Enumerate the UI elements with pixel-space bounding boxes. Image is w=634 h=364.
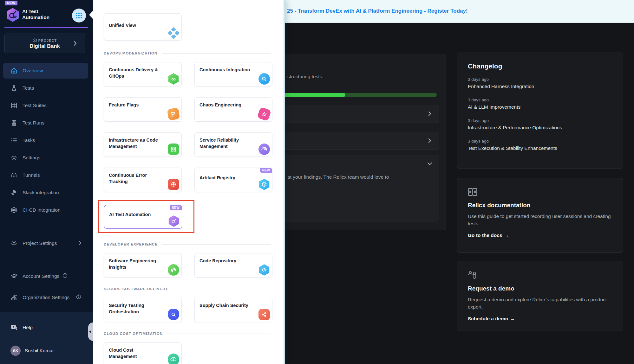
module-label: Feature Flags bbox=[109, 102, 162, 108]
module-card-unified-view[interactable]: Unified View bbox=[104, 13, 182, 41]
module-card-chaos-engineering[interactable]: Chaos Engineering bbox=[194, 97, 272, 122]
user-menu[interactable]: SK Sushil Kumar bbox=[3, 343, 88, 359]
sidebar-item-slack-integration[interactable]: Slack integration bbox=[3, 185, 88, 201]
cicd-icon bbox=[10, 207, 17, 214]
module-card-cloud-cost-management[interactable]: Cloud Cost Management $ bbox=[104, 342, 182, 364]
svg-text:?: ? bbox=[13, 326, 15, 329]
module-card-continuous-error-tracking[interactable]: Continuous Error Tracking bbox=[104, 168, 182, 192]
module-card-ai-test-automation[interactable]: NEW AI Test Automation bbox=[104, 205, 182, 229]
documentation-body: Use this guide to get started recording … bbox=[468, 213, 612, 227]
module-label: AI Test Automation bbox=[109, 211, 173, 218]
sidebar-item-tunnels[interactable]: Tunnels bbox=[3, 167, 88, 183]
chevron-down-icon bbox=[427, 161, 433, 168]
layers-gear-icon bbox=[10, 273, 17, 280]
section-title: DEVOPS MODERNIZATION bbox=[104, 51, 157, 55]
module-label: Service Reliability Management bbox=[199, 137, 253, 150]
continuous-delivery-icon: ∞ bbox=[168, 73, 179, 85]
module-card-feature-flags[interactable]: Feature Flags bbox=[104, 97, 182, 122]
sidebar-item-label: CI-CD integration bbox=[23, 207, 61, 213]
new-badge: NEW bbox=[260, 168, 272, 173]
changelog-entry-title: Enhanced Harness Integration bbox=[468, 84, 612, 89]
module-card-code-repository[interactable]: Code Repository bbox=[194, 253, 272, 278]
module-label: Code Repository bbox=[199, 258, 253, 264]
service-reliability-icon bbox=[258, 144, 270, 155]
changelog-entry: 3 days ago Infrastructure & Performance … bbox=[468, 118, 612, 131]
slack-icon bbox=[10, 189, 17, 196]
continuous-integration-icon bbox=[258, 73, 270, 85]
changelog-entry-title: Infrastructure & Performance Optimizatio… bbox=[468, 125, 612, 131]
supply-chain-security-icon bbox=[258, 309, 270, 320]
divider bbox=[4, 261, 88, 261]
section-divider-line bbox=[173, 289, 271, 289]
module-label: Software Engineering Insights bbox=[109, 258, 162, 271]
sidebar-collapse-handle[interactable] bbox=[88, 322, 93, 341]
module-label: Infrastructure as Code Management bbox=[109, 137, 162, 150]
sidebar-item-label: Help bbox=[23, 325, 33, 330]
sidebar: NEW AI Test Automation PROJECT Digital B… bbox=[0, 0, 93, 364]
info-icon bbox=[76, 294, 81, 301]
chevron-right-icon bbox=[73, 41, 78, 47]
grid-icon bbox=[10, 102, 17, 109]
changelog-entry-title: AI & LLM Improvements bbox=[468, 104, 612, 110]
module-card-software-engineering-insights[interactable]: Software Engineering Insights bbox=[104, 253, 182, 278]
section-secure-software-delivery: SECURE SOFTWARE DELIVERY bbox=[104, 287, 271, 291]
changelog-card: Changelog 3 days ago Enhanced Harness In… bbox=[457, 53, 623, 169]
sidebar-item-tests[interactable]: Tests bbox=[3, 80, 88, 96]
sidebar-item-settings[interactable]: Settings bbox=[3, 150, 88, 166]
section-divider-line bbox=[167, 334, 271, 334]
sidebar-item-overview[interactable]: Overview bbox=[3, 63, 88, 79]
help-chat-icon: ? bbox=[10, 324, 17, 331]
module-card-infrastructure-as-code[interactable]: Infrastructure as Code Management bbox=[104, 132, 182, 157]
documentation-card: Relicx documentation Use this guide to g… bbox=[457, 178, 623, 253]
changelog-time: 3 days ago bbox=[468, 118, 612, 123]
module-card-supply-chain-security[interactable]: Supply Chain Security bbox=[194, 298, 272, 322]
documentation-title: Relicx documentation bbox=[468, 202, 612, 209]
sidebar-item-test-runs[interactable]: Test Runs bbox=[3, 115, 88, 131]
changelog-entry: 3 days ago AI & LLM Improvements bbox=[468, 98, 612, 110]
people-icon bbox=[468, 271, 612, 281]
home-icon bbox=[10, 67, 17, 74]
sidebar-item-project-settings[interactable]: Project Settings bbox=[3, 235, 88, 251]
task-list-icon bbox=[10, 137, 17, 144]
sidebar-item-test-suites[interactable]: Test Suites bbox=[3, 98, 88, 113]
changelog-title: Changelog bbox=[468, 62, 612, 70]
cube-icon bbox=[33, 39, 37, 43]
sidebar-item-tasks[interactable]: Tasks bbox=[3, 132, 88, 148]
app-switcher-button[interactable] bbox=[72, 9, 86, 22]
project-selector[interactable]: PROJECT Digital Bank bbox=[4, 34, 85, 53]
module-label: Continuous Error Tracking bbox=[109, 172, 162, 185]
arrow-right-icon: → bbox=[504, 233, 509, 238]
collapse-arrow-icon bbox=[89, 330, 91, 333]
sidebar-item-label: Tests bbox=[23, 85, 34, 91]
module-picker-flyout: Unified View DEVOPS MODERNIZATION Contin… bbox=[93, 0, 285, 364]
module-card-security-testing-orchestration[interactable]: Security Testing Orchestration bbox=[104, 298, 182, 322]
sidebar-item-label: Tunnels bbox=[23, 172, 40, 178]
unified-view-icon bbox=[168, 27, 179, 39]
book-icon bbox=[468, 188, 612, 197]
module-card-service-reliability[interactable]: Service Reliability Management bbox=[194, 132, 272, 157]
sidebar-item-organization-settings[interactable]: Organization Settings bbox=[3, 288, 88, 307]
info-icon bbox=[62, 273, 68, 279]
tunnel-icon bbox=[10, 172, 17, 179]
sidebar-item-account-settings[interactable]: Account Settings bbox=[3, 268, 88, 284]
org-chart-gear-icon bbox=[10, 294, 17, 301]
sidebar-item-label: Project Settings bbox=[23, 240, 57, 246]
software-engineering-insights-icon bbox=[168, 264, 179, 276]
highlight-annotation-box: NEW AI Test Automation bbox=[98, 200, 194, 233]
sidebar-item-label: Tasks bbox=[23, 137, 35, 143]
chevron-right-icon bbox=[427, 111, 433, 118]
module-card-artifact-registry[interactable]: NEW Artifact Registry bbox=[194, 168, 272, 192]
sidebar-nav: Overview Tests Test Suites Test Runs Tas… bbox=[3, 63, 88, 220]
sidebar-item-label: Test Suites bbox=[23, 103, 47, 108]
go-to-docs-link[interactable]: Go to the docs→ bbox=[468, 233, 612, 238]
schedule-demo-link[interactable]: Schedule a demo→ bbox=[468, 316, 612, 322]
sidebar-item-cicd-integration[interactable]: CI-CD integration bbox=[3, 202, 88, 218]
banner-text[interactable]: 25 - Transform DevEx with AI & Platform … bbox=[287, 8, 468, 14]
changelog-entry: 3 days ago Test Execution & Stability En… bbox=[468, 139, 612, 151]
sidebar-item-help[interactable]: ? Help bbox=[3, 320, 88, 335]
module-card-continuous-delivery[interactable]: Continuous Delivery & GitOps ∞ bbox=[104, 62, 182, 86]
feedback-text-fragment: st your findings. The Relicx team would … bbox=[288, 174, 389, 180]
new-badge: NEW bbox=[5, 1, 17, 5]
request-demo-card: Request a demo Request a demo and explor… bbox=[457, 261, 623, 331]
module-card-continuous-integration[interactable]: Continuous Integration bbox=[194, 62, 272, 86]
